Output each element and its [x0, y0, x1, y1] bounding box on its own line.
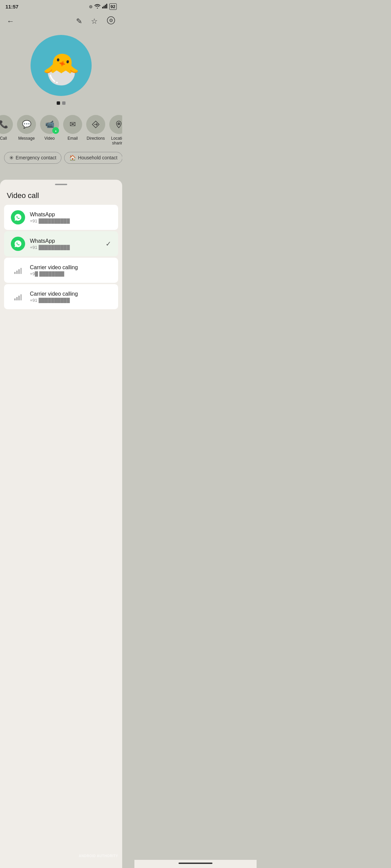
top-action-bar: ← ✎ ☆ ⚙	[0, 12, 122, 31]
avatar-section: 🐣	[0, 31, 122, 110]
action-directions: Directions	[86, 115, 106, 146]
household-icon: 🏠	[69, 155, 76, 161]
carrier-2-title: Carrier video calling	[30, 291, 111, 297]
action-email: ✉ Email	[62, 115, 83, 146]
watermark: ANDROID AUTHORITY	[79, 854, 118, 858]
star-button[interactable]: ☆	[90, 16, 99, 27]
selected-checkmark: ✓	[106, 240, 111, 248]
emergency-contact-tag[interactable]: ✳ Emergency contact	[4, 152, 61, 164]
emergency-icon: ✳	[9, 155, 14, 161]
carrier-option-2-text: Carrier video calling +91 ██████████	[30, 291, 111, 303]
action-buttons-row: 📞 Call 💬 Message 📹 ● Video ✉ Email	[0, 110, 122, 149]
svg-rect-2	[105, 5, 106, 8]
sheet-handle-container	[0, 180, 122, 186]
message-button[interactable]: 💬	[17, 115, 36, 134]
carrier-icon-2	[11, 290, 25, 304]
carrier-option-1-text: Carrier video calling +9█ ████████	[30, 264, 111, 276]
carrier-1-title: Carrier video calling	[30, 264, 111, 271]
signal-bars-1	[14, 267, 22, 274]
whatsapp-2-title: WhatsApp	[30, 238, 101, 244]
action-video: 📹 ● Video	[39, 115, 60, 146]
status-bar: 11:57 ⊚ 92	[0, 0, 122, 12]
contact-avatar: 🐣	[42, 54, 80, 84]
email-label: Email	[68, 136, 78, 141]
svg-rect-1	[104, 6, 105, 8]
signal-icon	[102, 4, 108, 9]
whatsapp-option-1-text: WhatsApp +91 ██████████	[30, 212, 111, 223]
whatsapp-badge: ●	[52, 127, 59, 134]
sheet-handle	[55, 184, 67, 185]
carrier-option-2[interactable]: Carrier video calling +91 ██████████	[4, 284, 118, 309]
dot-active	[57, 101, 60, 105]
household-contact-tag[interactable]: 🏠 Household contact	[64, 152, 122, 164]
whatsapp-1-subtitle: +91 ██████████	[30, 218, 111, 223]
page-indicator	[57, 101, 66, 105]
call-label: Call	[0, 136, 7, 141]
status-time: 11:57	[5, 4, 18, 9]
svg-text:●: ●	[55, 130, 57, 133]
threads-icon: ⊚	[89, 4, 93, 9]
carrier-1-subtitle: +9█ ████████	[30, 271, 111, 276]
back-button[interactable]: ←	[5, 16, 16, 27]
svg-text:⚙: ⚙	[109, 18, 113, 23]
whatsapp-option-2[interactable]: WhatsApp +91 ██████████ ✓	[4, 231, 118, 256]
top-bar-right: ✎ ☆ ⚙	[75, 15, 117, 28]
household-label: Household contact	[78, 155, 117, 160]
action-message: 💬 Message	[16, 115, 37, 146]
battery-indicator: 92	[109, 3, 117, 10]
location-button[interactable]	[109, 115, 122, 134]
emergency-label: Emergency contact	[16, 155, 56, 160]
sheet-title: Video call	[0, 186, 122, 203]
whatsapp-1-title: WhatsApp	[30, 212, 111, 218]
wifi-icon	[94, 4, 100, 9]
whatsapp-option-1[interactable]: WhatsApp +91 ██████████	[4, 205, 118, 230]
whatsapp-option-2-text: WhatsApp +91 ██████████	[30, 238, 101, 250]
more-options-button[interactable]: ⚙	[105, 15, 117, 28]
action-location: Location sharing	[109, 115, 122, 146]
bottom-sheet: Video call WhatsApp +91 ██████████ Whats…	[0, 180, 122, 868]
location-label: Location sharing	[109, 136, 122, 146]
dot-inactive	[62, 101, 66, 105]
whatsapp-icon-2	[11, 237, 25, 251]
carrier-option-1[interactable]: Carrier video calling +9█ ████████	[4, 258, 118, 283]
email-button[interactable]: ✉	[63, 115, 82, 134]
status-icons: ⊚ 92	[89, 3, 117, 10]
action-call: 📞 Call	[0, 115, 14, 146]
carrier-icon-1	[11, 263, 25, 277]
svg-point-9	[118, 123, 119, 124]
whatsapp-2-subtitle: +91 ██████████	[30, 245, 101, 250]
call-button[interactable]: 📞	[0, 115, 13, 134]
avatar-circle: 🐣	[31, 35, 92, 96]
svg-rect-3	[106, 4, 107, 8]
tags-row: ✳ Emergency contact 🏠 Household contact …	[0, 149, 122, 166]
carrier-2-subtitle: +91 ██████████	[30, 298, 111, 303]
message-label: Message	[18, 136, 35, 141]
video-label: Video	[44, 136, 55, 141]
svg-rect-0	[102, 7, 103, 8]
directions-button[interactable]	[86, 115, 105, 134]
edit-button[interactable]: ✎	[75, 16, 83, 27]
signal-bars-2	[14, 293, 22, 300]
whatsapp-icon-1	[11, 210, 25, 224]
video-button[interactable]: 📹 ●	[40, 115, 59, 134]
directions-label: Directions	[87, 136, 105, 141]
